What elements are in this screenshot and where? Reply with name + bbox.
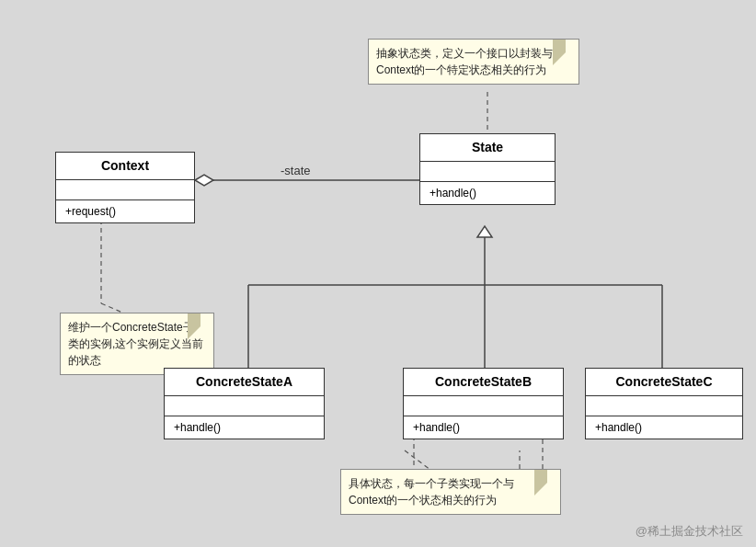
concrete-c-title: ConcreteStateC (586, 369, 742, 396)
concrete-b-divider (404, 396, 563, 416)
concrete-a-title: ConcreteStateA (165, 369, 324, 396)
state-note: 抽象状态类，定义一个接口以封装与Context的一个特定状态相关的行为 (368, 39, 579, 85)
concrete-a-method: +handle() (165, 416, 324, 439)
concrete-b-box: ConcreteStateB +handle() (403, 368, 564, 439)
concrete-note-text: 具体状态，每一个子类实现一个与Context的一个状态相关的行为 (349, 477, 514, 507)
svg-marker-11 (477, 226, 492, 237)
state-title: State (420, 134, 555, 162)
concrete-c-box: ConcreteStateC +handle() (585, 368, 743, 439)
state-box: State +handle() (419, 133, 556, 205)
watermark: @稀土掘金技术社区 (636, 523, 743, 540)
state-arrow-label: -state (281, 164, 311, 177)
concrete-c-method: +handle() (586, 416, 742, 439)
context-divider (56, 180, 194, 200)
state-divider (420, 162, 555, 182)
concrete-a-box: ConcreteStateA +handle() (164, 368, 325, 439)
concrete-a-divider (165, 396, 324, 416)
concrete-b-title: ConcreteStateB (404, 369, 563, 396)
context-note-text: 维护一个ConcreteState子类的实例,这个实例定义当前的状态 (68, 321, 203, 367)
context-title: Context (56, 153, 194, 180)
state-method: +handle() (420, 182, 555, 204)
context-note: 维护一个ConcreteState子类的实例,这个实例定义当前的状态 (60, 313, 214, 375)
concrete-c-divider (586, 396, 742, 416)
context-method: +request() (56, 200, 194, 222)
concrete-b-method: +handle() (404, 416, 563, 439)
svg-marker-1 (195, 175, 213, 186)
concrete-note: 具体状态，每一个子类实现一个与Context的一个状态相关的行为 (340, 469, 561, 515)
context-box: Context +request() (55, 152, 195, 223)
